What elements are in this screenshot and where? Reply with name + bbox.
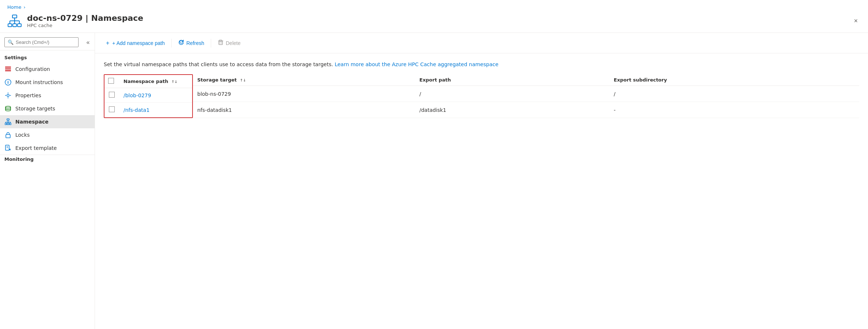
svg-rect-30 — [219, 41, 222, 45]
sidebar-item-export-template[interactable]: Export template — [0, 141, 95, 155]
toolbar-separator-2 — [211, 39, 211, 48]
svg-point-15 — [5, 106, 11, 108]
namespace-path-column-header[interactable]: Namespace path ↑↓ — [119, 75, 192, 88]
export-subdirectory-cell-2: - — [609, 102, 859, 118]
svg-rect-9 — [5, 67, 11, 68]
row-1-checkbox[interactable] — [109, 92, 115, 98]
breadcrumb-home[interactable]: Home — [7, 4, 21, 10]
svg-rect-25 — [6, 135, 10, 138]
sidebar-item-label: Export template — [15, 145, 57, 151]
breadcrumb-separator: › — [23, 4, 25, 10]
monitoring-section-label: Monitoring — [0, 155, 95, 164]
sidebar-item-mount-instructions[interactable]: i Mount instructions — [0, 76, 95, 89]
description-text: Set the virtual namespace paths that cli… — [104, 61, 859, 68]
namespace-path-sort-icon[interactable]: ↑↓ — [171, 80, 178, 84]
sidebar-item-namespace[interactable]: Namespace — [0, 115, 95, 128]
storage-target-sort-icon[interactable]: ↑↓ — [240, 79, 246, 82]
namespace-icon — [4, 118, 12, 125]
close-button[interactable]: × — [851, 16, 861, 26]
export-path-cell-1: / — [415, 86, 609, 102]
refresh-icon — [178, 39, 184, 46]
delete-icon — [218, 39, 224, 46]
add-namespace-path-button[interactable]: + + Add namespace path — [102, 38, 168, 49]
sidebar-item-label: Configuration — [15, 66, 50, 72]
sidebar-item-locks[interactable]: Locks — [0, 128, 95, 141]
svg-rect-16 — [7, 119, 9, 120]
table-row: blob-ns-0729 / / — [193, 86, 859, 102]
export-subdirectory-column-header: Export subdirectory — [609, 74, 859, 86]
export-path-cell-2: /datadisk1 — [415, 102, 609, 118]
delete-label: Delete — [226, 40, 240, 46]
settings-section-label: Settings — [0, 50, 95, 63]
storage-target-cell-1: blob-ns-0729 — [193, 86, 415, 102]
refresh-button[interactable]: Refresh — [175, 37, 208, 49]
sidebar-item-configuration[interactable]: Configuration — [0, 63, 95, 76]
table-row: /blob-0279 — [104, 88, 192, 103]
collapse-sidebar-button[interactable]: « — [83, 37, 93, 48]
row-2-checkbox[interactable] — [109, 106, 115, 112]
export-icon — [4, 144, 12, 152]
sidebar-item-label: Properties — [15, 92, 41, 98]
table-row: nfs-datadisk1 /datadisk1 - — [193, 102, 859, 118]
storage-target-cell-2: nfs-datadisk1 — [193, 102, 415, 118]
storage-icon — [4, 105, 12, 112]
sidebar-item-label: Namespace — [15, 119, 49, 125]
search-input[interactable] — [16, 39, 75, 45]
sidebar-item-properties[interactable]: Properties — [0, 89, 95, 102]
sidebar-item-label: Locks — [15, 132, 30, 138]
export-subdirectory-cell-1: / — [609, 86, 859, 102]
sidebar-item-label: Mount instructions — [15, 79, 63, 85]
svg-rect-11 — [5, 70, 11, 71]
svg-text:i: i — [7, 80, 8, 84]
config-icon — [4, 65, 12, 73]
search-icon: 🔍 — [8, 39, 14, 45]
refresh-label: Refresh — [186, 40, 204, 46]
svg-rect-0 — [12, 15, 17, 18]
svg-rect-17 — [5, 123, 7, 125]
page-subtitle: HPC cache — [27, 23, 143, 28]
lock-icon — [4, 131, 12, 139]
namespace-path-link-2[interactable]: /nfs-data1 — [123, 107, 149, 113]
add-icon: + — [106, 40, 109, 46]
search-input-wrap[interactable]: 🔍 — [4, 37, 79, 47]
properties-icon — [4, 92, 12, 99]
sidebar-item-storage-targets[interactable]: Storage targets — [0, 102, 95, 115]
table-row: /nfs-data1 — [104, 103, 192, 117]
namespace-path-link-1[interactable]: /blob-0279 — [123, 92, 151, 98]
sidebar-item-label: Storage targets — [15, 106, 55, 111]
info-icon: i — [4, 79, 12, 86]
storage-target-column-header[interactable]: Storage target ↑↓ — [193, 74, 415, 86]
page-title: doc-ns-0729 | Namespace — [27, 14, 143, 23]
export-path-column-header: Export path — [415, 74, 609, 86]
svg-rect-18 — [7, 123, 9, 125]
svg-rect-3 — [18, 24, 21, 27]
page-icon — [7, 14, 22, 28]
svg-rect-1 — [8, 24, 12, 27]
delete-button[interactable]: Delete — [214, 37, 244, 49]
svg-rect-10 — [5, 68, 11, 69]
svg-rect-2 — [13, 24, 16, 27]
toolbar-separator-1 — [171, 39, 172, 48]
svg-rect-19 — [9, 123, 11, 125]
select-all-checkbox[interactable] — [108, 78, 114, 84]
learn-more-link[interactable]: Learn more about the Azure HPC Cache agg… — [335, 61, 498, 67]
add-namespace-path-label: + Add namespace path — [112, 40, 165, 46]
svg-point-14 — [7, 94, 9, 97]
